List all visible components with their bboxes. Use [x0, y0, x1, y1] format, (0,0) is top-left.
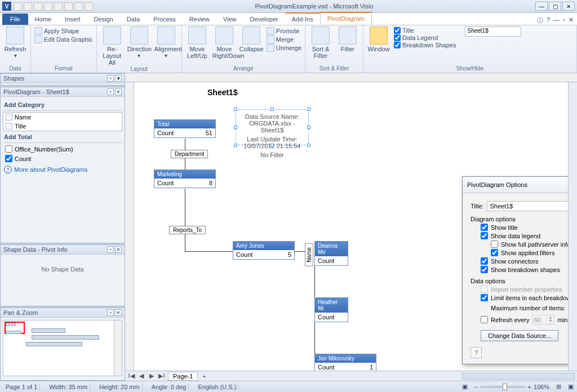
tab-addins[interactable]: Add-Ins: [285, 12, 320, 25]
move-right-button[interactable]: Move Right/Down: [212, 26, 236, 59]
pane-close-icon[interactable]: ×: [115, 246, 122, 253]
edit-data-graphic-button[interactable]: Edit Data Graphic: [34, 35, 93, 43]
drawing-canvas[interactable]: Sheet1$ Data Source Name: ORGDATA.xlsx -…: [134, 82, 568, 371]
dlg-refresh-check[interactable]: Refresh every ▲▼ minutes: [481, 315, 568, 324]
dlg-limit-items-check[interactable]: Limit items in each breakdown:: [481, 294, 568, 301]
showhide-legend-check[interactable]: Data Legend: [394, 34, 456, 41]
help-icon[interactable]: ⓘ: [537, 16, 543, 25]
qat-save-icon[interactable]: [24, 2, 32, 11]
pane-dropdown-icon[interactable]: ▾: [115, 75, 122, 82]
tab-data[interactable]: Data: [120, 14, 147, 25]
minimize-button[interactable]: —: [535, 2, 548, 11]
total-count-check[interactable]: Count: [3, 154, 122, 163]
ribbon-min-icon[interactable]: —: [553, 16, 560, 25]
tab-design[interactable]: Design: [87, 14, 120, 25]
node-total[interactable]: Total Count51: [154, 119, 216, 138]
zoom-level[interactable]: 106%: [534, 384, 549, 390]
tab-insert[interactable]: Insert: [58, 14, 87, 25]
tab-developer[interactable]: Developer: [243, 14, 285, 25]
list-item[interactable]: Name: [3, 113, 122, 122]
dlg-show-breakdown-check[interactable]: Show breakdown shapes: [481, 266, 568, 273]
ribbon-close-icon[interactable]: ✕: [569, 16, 574, 25]
qat-refresh-icon[interactable]: [74, 2, 83, 11]
qat-preview-icon[interactable]: [44, 2, 52, 11]
pane-close-icon[interactable]: ×: [115, 88, 122, 95]
filter-button[interactable]: Filter: [336, 26, 359, 52]
node-amy[interactable]: Amy Jones Count5: [233, 241, 295, 260]
status-record-icon[interactable]: ▣: [462, 383, 468, 390]
relayout-button[interactable]: Re-Layout All: [100, 26, 124, 66]
pane-close-icon[interactable]: ×: [115, 309, 122, 316]
merge-button[interactable]: Merge: [267, 35, 301, 43]
promote-button[interactable]: Promote: [267, 27, 301, 35]
panzoom-slider[interactable]: [114, 320, 122, 376]
data-legend-shape[interactable]: Data Source Name: ORGDATA.xlsx - Sheet1$…: [236, 109, 309, 145]
total-office-check[interactable]: Office_Number(Sum): [3, 144, 122, 154]
refresh-button[interactable]: Refresh▾: [3, 26, 27, 59]
move-left-button[interactable]: Move Left/Up: [185, 26, 209, 59]
qat-dropdown-icon[interactable]: [85, 2, 93, 11]
node-jan[interactable]: Jan Miksovsky Count1: [314, 354, 376, 371]
node-deanna[interactable]: Deanna Me Count: [314, 241, 348, 266]
window-button[interactable]: Window: [367, 26, 390, 52]
pagetab-prev-icon[interactable]: ◀: [137, 372, 145, 380]
dlg-show-connectors-check[interactable]: Show connectors: [481, 257, 568, 265]
dlg-show-title-check[interactable]: Show title: [481, 224, 568, 231]
vertical-scrollbar[interactable]: [568, 82, 577, 371]
qat-undo-icon[interactable]: [54, 2, 63, 11]
title-combo[interactable]: Sheet1$: [465, 26, 521, 37]
fullscreen-icon[interactable]: ▣: [568, 383, 574, 390]
qat-print-icon[interactable]: [34, 2, 42, 11]
node-marketing[interactable]: Marketing Count8: [154, 170, 216, 188]
tab-view[interactable]: View: [216, 14, 243, 25]
panzoom-canvas[interactable]: [3, 320, 122, 376]
pane-pin-icon[interactable]: ▫: [107, 246, 114, 253]
unmerge-button[interactable]: Unmerge: [267, 44, 301, 52]
close-button[interactable]: ✕: [562, 2, 575, 11]
direction-button[interactable]: Direction▾: [127, 26, 151, 59]
pagetab-last-icon[interactable]: ▶I: [158, 372, 166, 380]
showhide-title-check[interactable]: Title: [394, 27, 456, 34]
zoom-out-icon[interactable]: −: [474, 384, 478, 390]
pane-pin-icon[interactable]: ▫: [107, 309, 114, 316]
status-lang[interactable]: English (U.S.): [196, 384, 239, 390]
breakdown-name[interactable]: Name: [305, 243, 313, 266]
dlg-title-input[interactable]: [487, 201, 568, 211]
apply-shape-button[interactable]: Apply Shape: [34, 27, 93, 35]
zoom-control[interactable]: − + 106%: [474, 384, 549, 390]
collapse-button[interactable]: Collapse: [239, 26, 263, 52]
tab-file[interactable]: File: [2, 14, 28, 25]
qat-new-icon[interactable]: [14, 2, 22, 11]
tab-pivotdiagram[interactable]: PivotDiagram: [320, 12, 372, 25]
tab-process[interactable]: Process: [147, 14, 183, 25]
tab-review[interactable]: Review: [183, 14, 216, 25]
list-item[interactable]: Title: [3, 122, 122, 131]
page-tab-1[interactable]: Page-1: [168, 372, 198, 381]
help-question-icon[interactable]: ?: [547, 16, 550, 25]
pagetab-add-icon[interactable]: +: [200, 373, 208, 380]
dlg-show-filters-check[interactable]: Show applied filters: [491, 249, 568, 256]
breakdown-department[interactable]: Department: [171, 150, 208, 158]
dlg-show-fullpath-check[interactable]: Show full path/server information: [491, 240, 568, 248]
dlg-show-legend-check[interactable]: Show data legend: [481, 232, 568, 239]
maximize-button[interactable]: ▢: [549, 2, 561, 11]
tab-home[interactable]: Home: [28, 14, 58, 25]
more-link[interactable]: ?More about PivotDiagrams: [3, 163, 122, 176]
showhide-breakdown-check[interactable]: Breakdown Shapes: [394, 42, 456, 48]
dlg-change-datasource-button[interactable]: Change Data Source...: [481, 330, 558, 341]
sortfilter-button[interactable]: Sort & Filter: [309, 26, 332, 59]
breakdown-reportsto[interactable]: Reports_To: [169, 226, 206, 234]
pane-pin-icon[interactable]: ▫: [107, 88, 114, 95]
node-heather[interactable]: Heather Mi Count: [314, 297, 348, 322]
pagetab-next-icon[interactable]: ▶: [148, 372, 156, 380]
fit-window-icon[interactable]: ⊞: [556, 383, 561, 390]
zoom-in-icon[interactable]: +: [527, 384, 531, 390]
pane-pin-icon[interactable]: ▫: [107, 75, 114, 82]
ribbon-restore-icon[interactable]: ▫: [563, 16, 565, 25]
pagetab-first-icon[interactable]: I◀: [127, 372, 135, 380]
dlg-help-button[interactable]: ?: [471, 347, 482, 358]
horizontal-scrollbar[interactable]: [462, 373, 575, 380]
qat-redo-icon[interactable]: [64, 2, 73, 11]
alignment-button[interactable]: Alignment▾: [154, 26, 178, 59]
category-listbox[interactable]: Name Title: [3, 112, 122, 131]
